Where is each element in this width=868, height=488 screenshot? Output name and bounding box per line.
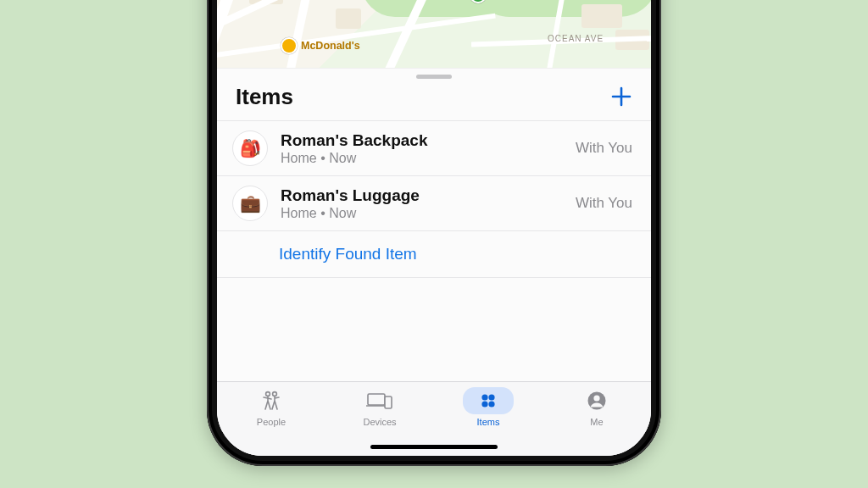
phone-frame: City College of San Francisco McDonald's…	[207, 0, 661, 466]
svg-point-9	[593, 395, 599, 401]
tab-label: Devices	[363, 417, 396, 427]
people-icon	[259, 391, 284, 411]
item-icon: 💼	[232, 186, 268, 221]
add-item-button[interactable]	[610, 86, 632, 108]
item-row[interactable]: 💼 Roman's Luggage Home • Now With You	[217, 175, 651, 231]
item-status: With You	[576, 195, 632, 212]
item-title: Roman's Backpack	[281, 131, 563, 150]
screen: City College of San Francisco McDonald's…	[217, 0, 651, 456]
park-poi-icon	[470, 0, 487, 3]
item-status: With You	[576, 140, 632, 157]
map-poi-mcdonalds[interactable]: McDonald's	[281, 37, 360, 54]
tab-people[interactable]: People	[217, 387, 326, 456]
tab-label: Me	[590, 417, 603, 427]
sheet-title: Items	[236, 84, 293, 110]
item-title: Roman's Luggage	[281, 186, 563, 205]
street-label: OCEAN AVE	[548, 34, 604, 43]
svg-rect-3	[385, 396, 392, 408]
svg-point-7	[488, 401, 494, 407]
svg-rect-2	[368, 394, 385, 405]
me-icon	[587, 391, 607, 411]
item-row[interactable]: 🎒 Roman's Backpack Home • Now With You	[217, 120, 651, 175]
items-icon	[478, 391, 498, 411]
home-indicator[interactable]	[370, 445, 498, 449]
map-poi-balboa[interactable]: Balboa Park	[405, 0, 487, 3]
tab-label: People	[257, 417, 286, 427]
item-main: Roman's Luggage Home • Now	[281, 186, 563, 221]
svg-point-6	[481, 401, 487, 407]
tab-label: Items	[477, 417, 500, 427]
item-main: Roman's Backpack Home • Now	[281, 131, 563, 166]
item-icon: 🎒	[232, 130, 268, 166]
svg-point-5	[488, 394, 494, 400]
map-poi-label: Balboa Park	[405, 0, 466, 1]
plus-icon	[610, 86, 632, 108]
food-poi-icon	[281, 37, 298, 54]
item-subtitle: Home • Now	[281, 151, 563, 166]
svg-point-0	[266, 392, 270, 396]
devices-icon	[366, 391, 393, 411]
items-sheet: Items 🎒 Roman's Backpack Home • Now With…	[217, 68, 651, 456]
item-subtitle: Home • Now	[281, 206, 563, 221]
map[interactable]: City College of San Francisco McDonald's…	[217, 0, 651, 68]
map-poi-label: McDonald's	[301, 40, 360, 52]
identify-found-item-button[interactable]: Identify Found Item	[217, 231, 651, 278]
svg-point-1	[273, 392, 277, 396]
svg-point-4	[481, 394, 487, 400]
tab-me[interactable]: Me	[542, 387, 651, 456]
